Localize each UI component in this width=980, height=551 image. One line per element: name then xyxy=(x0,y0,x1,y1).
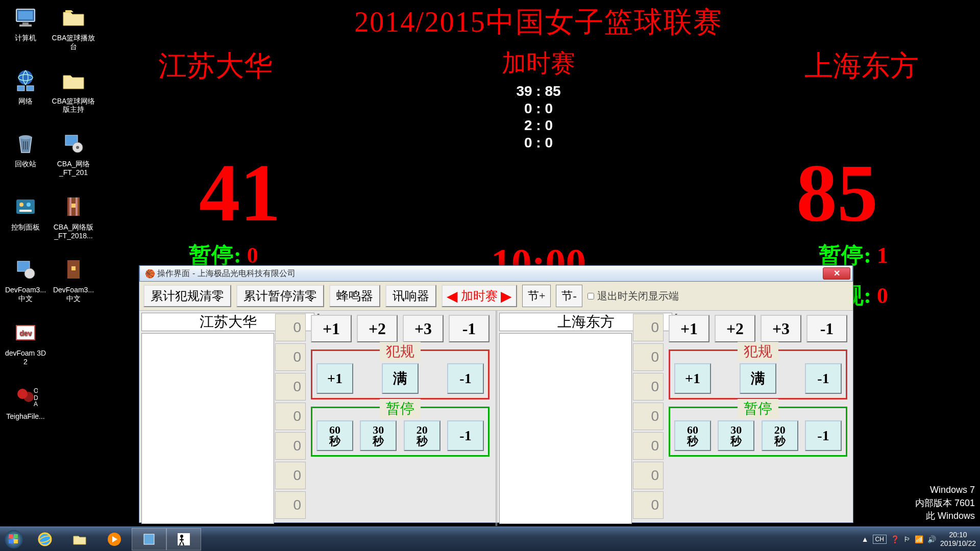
svg-rect-17 xyxy=(69,197,71,216)
svg-rect-6 xyxy=(17,86,24,91)
svg-rect-3 xyxy=(19,24,32,27)
teigha-icon: ODA xyxy=(11,382,40,410)
home-foul-minus[interactable]: -1 xyxy=(447,363,484,394)
svg-point-27 xyxy=(23,392,34,402)
tray-lang-indicator[interactable]: CH xyxy=(873,535,887,544)
desktop-icon-computer[interactable]: 计算机 xyxy=(3,3,48,51)
taskbar-explorer[interactable] xyxy=(62,528,97,550)
taskbar-scoreboard-app[interactable] xyxy=(166,528,201,550)
tray-show-hidden[interactable]: ▲ xyxy=(862,535,869,543)
away-to-30[interactable]: 30 秒 xyxy=(718,420,754,451)
away-score-minus1[interactable]: -1 xyxy=(806,315,847,342)
desktop-icon-control-panel[interactable]: 控制面板 xyxy=(3,192,48,240)
away-stat-column: 0 0 0 0 0 0 0 xyxy=(632,313,665,524)
away-foul-minus[interactable]: -1 xyxy=(805,363,842,394)
svg-rect-32 xyxy=(9,534,13,538)
desktop-icon-recycle-bin[interactable]: 回收站 xyxy=(3,129,48,177)
svg-point-42 xyxy=(180,535,183,538)
desktop-icon-network[interactable]: 网络 xyxy=(3,66,48,114)
away-team-name: 上海东方 xyxy=(804,47,919,151)
home-to-minus[interactable]: -1 xyxy=(447,420,484,451)
desktop-icon-devfoam3d[interactable]: dev devFoam 3D 2 xyxy=(3,318,48,366)
windows-watermark: Windows 7 内部版本 7601 此 Windows xyxy=(915,484,975,522)
home-foul-plus[interactable]: +1 xyxy=(316,363,353,394)
period-minus-button[interactable]: 节- xyxy=(556,285,582,307)
close-button[interactable]: ✕ xyxy=(823,267,850,280)
away-team-panel: 0 0 0 0 0 0 0 +1 +2 +3 -1 犯规 +1 满 xyxy=(497,311,853,526)
desktop-icon-cba-net-ft[interactable]: CBA_网络_FT_201 xyxy=(51,129,96,177)
away-foul-plus[interactable]: +1 xyxy=(674,363,711,394)
home-score-plus3[interactable]: +3 xyxy=(403,315,444,342)
home-to-30[interactable]: 30 秒 xyxy=(360,420,397,451)
svg-rect-19 xyxy=(71,204,76,208)
away-to-20[interactable]: 20 秒 xyxy=(762,420,798,451)
reset-timeouts-button[interactable]: 累计暂停清零 xyxy=(236,285,324,307)
computer-icon xyxy=(11,3,40,32)
away-score-plus3[interactable]: +3 xyxy=(761,315,801,342)
home-team-name: 江苏大华 xyxy=(158,47,273,151)
svg-text:O: O xyxy=(34,387,38,394)
svg-rect-18 xyxy=(76,197,78,216)
tray-help-icon[interactable]: ❓ xyxy=(891,535,899,543)
desktop-icon-devfoam1[interactable]: DevFoam3...中文 xyxy=(3,255,48,303)
svg-point-8 xyxy=(19,135,32,139)
away-score-plus1[interactable]: +1 xyxy=(669,315,709,342)
taskbar-ie[interactable] xyxy=(28,528,62,550)
app-icon xyxy=(59,129,88,158)
desktop-icon-devfoam2[interactable]: DevFoam3...中文 xyxy=(51,255,96,303)
horn-button[interactable]: 讯响器 xyxy=(385,285,436,307)
svg-point-4 xyxy=(18,70,33,85)
overtime-label: 加时赛 xyxy=(502,47,575,80)
tray-clock[interactable]: 20:10 2019/10/22 xyxy=(940,531,976,548)
home-score-plus2[interactable]: +2 xyxy=(357,315,398,342)
desktop-icon-cba-player[interactable]: CBA篮球播放台 xyxy=(51,3,96,51)
svg-point-21 xyxy=(24,268,35,279)
period-plus-button[interactable]: 节+ xyxy=(522,285,551,307)
svg-rect-2 xyxy=(22,22,29,24)
away-to-minus[interactable]: -1 xyxy=(805,420,842,451)
svg-rect-40 xyxy=(144,534,154,544)
app-icon xyxy=(11,255,40,284)
svg-rect-1 xyxy=(18,11,33,19)
start-button[interactable] xyxy=(0,527,28,552)
away-score-plus2[interactable]: +2 xyxy=(715,315,755,342)
window-titlebar[interactable]: 🏀 操作界面 - 上海极品光电科技有限公司 ✕ xyxy=(139,265,853,282)
svg-text:A: A xyxy=(34,400,38,408)
home-to-60[interactable]: 60 秒 xyxy=(316,420,353,451)
away-to-60[interactable]: 60 秒 xyxy=(674,420,711,451)
home-player-list[interactable] xyxy=(141,333,274,524)
archive-icon xyxy=(59,192,88,221)
buzzer-button[interactable]: 蜂鸣器 xyxy=(329,285,380,307)
home-score: 41 xyxy=(199,146,281,240)
tray-volume-icon[interactable]: 🔊 xyxy=(927,535,936,543)
titlebar-icon: 🏀 xyxy=(145,269,155,279)
taskbar-app1[interactable] xyxy=(132,528,166,550)
home-foul-full[interactable]: 满 xyxy=(382,363,419,394)
desktop-icon-teigha[interactable]: ODA TeighaFile... xyxy=(3,382,48,421)
tray-flag-icon[interactable]: 🏳 xyxy=(903,535,911,543)
desktop-icon-cba-net-host[interactable]: CBA篮球网络版主持 xyxy=(51,66,96,114)
svg-rect-34 xyxy=(9,539,13,543)
tournament-title: 2014/2015中国女子篮球联赛 xyxy=(97,3,980,42)
reset-fouls-button[interactable]: 累计犯规清零 xyxy=(143,285,231,307)
right-arrow-icon: ▶ xyxy=(501,288,512,305)
svg-rect-7 xyxy=(27,86,34,91)
desktop-icon-cba-net-ft2018[interactable]: CBA_网络版_FT_2018... xyxy=(51,192,96,240)
desktop-icons: 计算机 CBA篮球播放台 网络 CBA篮球网络版主持 回收站 CBA_网络_FT… xyxy=(3,3,96,420)
window-title: 操作界面 - 上海极品光电科技有限公司 xyxy=(157,268,295,279)
archive-icon xyxy=(59,255,88,284)
away-player-list[interactable] xyxy=(499,333,632,524)
close-display-checkbox[interactable]: 退出时关闭显示端 xyxy=(587,285,679,307)
overtime-segment[interactable]: ◀ 加时赛 ▶ xyxy=(442,285,517,307)
taskbar: ▲ CH ❓ 🏳 📶 🔊 20:10 2019/10/22 xyxy=(0,527,980,551)
home-score-minus1[interactable]: -1 xyxy=(449,315,489,342)
svg-rect-33 xyxy=(14,534,18,538)
svg-point-11 xyxy=(76,146,79,149)
away-foul-full[interactable]: 满 xyxy=(740,363,776,394)
home-score-plus1[interactable]: +1 xyxy=(311,315,352,342)
folder-icon xyxy=(59,66,88,95)
home-to-20[interactable]: 20 秒 xyxy=(404,420,440,451)
tray-network-icon[interactable]: 📶 xyxy=(915,535,923,543)
taskbar-media-player[interactable] xyxy=(97,528,132,550)
svg-point-13 xyxy=(19,203,23,207)
